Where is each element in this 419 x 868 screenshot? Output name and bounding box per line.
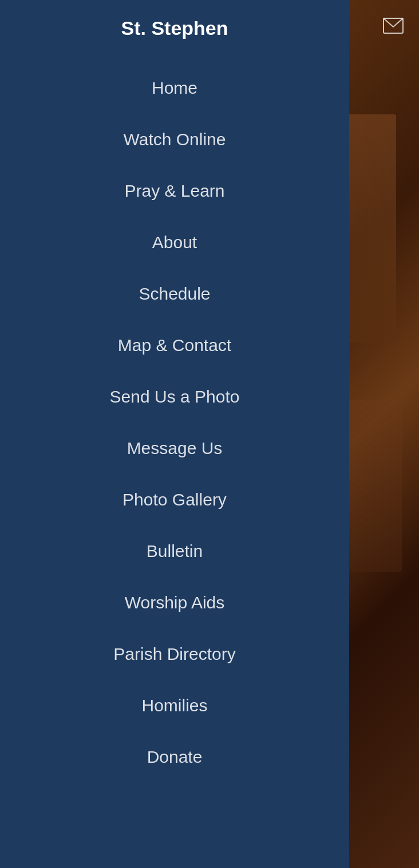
nav-item-map-contact[interactable]: Map & Contact: [0, 320, 349, 371]
nav-item-home[interactable]: Home: [0, 62, 349, 114]
nav-item-photo-gallery[interactable]: Photo Gallery: [0, 474, 349, 525]
nav-item-donate[interactable]: Donate: [0, 731, 349, 783]
nav-menu: Home Watch Online Pray & Learn About Sch…: [0, 62, 349, 783]
nav-item-bulletin[interactable]: Bulletin: [0, 525, 349, 577]
nav-item-schedule[interactable]: Schedule: [0, 268, 349, 320]
nav-item-homilies[interactable]: Homilies: [0, 680, 349, 731]
nav-item-watch-online[interactable]: Watch Online: [0, 114, 349, 165]
nav-item-message-us[interactable]: Message Us: [0, 423, 349, 474]
email-icon: [383, 18, 404, 34]
nav-item-pray-learn[interactable]: Pray & Learn: [0, 165, 349, 217]
app-title: St. Stephen: [109, 17, 239, 39]
email-icon-button[interactable]: [379, 11, 408, 40]
sidebar: St. Stephen Home Watch Online Pray & Lea…: [0, 0, 349, 868]
nav-item-parish-directory[interactable]: Parish Directory: [0, 628, 349, 680]
nav-item-worship-aids[interactable]: Worship Aids: [0, 577, 349, 628]
nav-item-send-photo[interactable]: Send Us a Photo: [0, 371, 349, 423]
nav-item-about[interactable]: About: [0, 217, 349, 268]
